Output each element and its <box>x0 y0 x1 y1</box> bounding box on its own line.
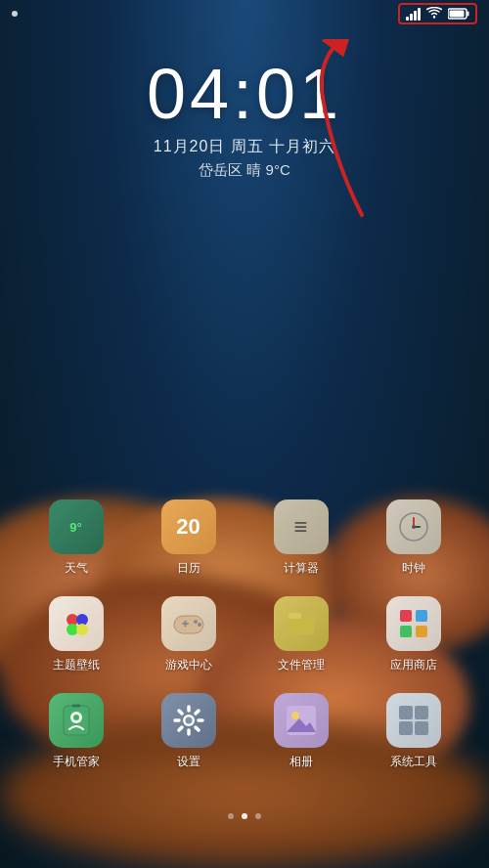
app-label-settings: 设置 <box>177 754 200 770</box>
svg-point-0 <box>433 16 435 18</box>
indicator-3 <box>255 813 261 819</box>
signal-bar-3 <box>414 11 417 21</box>
game-svg <box>172 610 205 637</box>
app-label-calculator: 计算器 <box>284 560 319 577</box>
app-icon-files <box>274 596 329 651</box>
app-label-calendar: 日历 <box>177 560 200 577</box>
svg-point-39 <box>291 712 299 719</box>
weather-icon-content: 9° <box>69 520 81 535</box>
app-label-tools: 系统工具 <box>390 754 437 770</box>
status-bar <box>0 0 489 27</box>
app-icon-manager <box>49 693 104 748</box>
app-label-manager: 手机管家 <box>53 754 100 770</box>
svg-rect-42 <box>415 706 428 719</box>
app-icon-game <box>161 596 216 651</box>
svg-point-17 <box>198 623 201 627</box>
calendar-icon-content: 20 <box>176 514 200 540</box>
apps-grid: 9° 天气 20 日历 ≡ 计算器 时 <box>0 499 489 790</box>
app-icon-calendar: 20 <box>161 499 216 554</box>
status-left <box>12 11 18 17</box>
app-label-clock: 时钟 <box>402 560 425 577</box>
app-files[interactable]: 文件管理 <box>262 596 340 673</box>
date-display: 11月20日 周五 十月初六 <box>0 137 489 157</box>
signal-bar-4 <box>418 8 421 21</box>
app-clock[interactable]: 时钟 <box>375 499 453 577</box>
svg-rect-23 <box>416 626 427 637</box>
svg-rect-22 <box>400 626 412 637</box>
app-store[interactable]: 应用商店 <box>375 596 453 673</box>
svg-rect-3 <box>450 11 465 18</box>
clock-area: 04:01 11月20日 周五 十月初六 岱岳区 晴 9°C <box>0 59 489 180</box>
svg-point-8 <box>412 525 416 529</box>
app-row-3: 手机管家 <box>20 693 469 770</box>
app-icon-calculator: ≡ <box>274 499 329 554</box>
app-label-game: 游戏中心 <box>165 657 212 673</box>
svg-rect-19 <box>289 613 301 619</box>
battery-icon <box>448 8 469 20</box>
indicator-1 <box>228 813 234 819</box>
wifi-icon <box>426 7 442 21</box>
svg-point-12 <box>76 624 88 635</box>
svg-rect-20 <box>400 610 412 622</box>
svg-rect-21 <box>416 610 427 622</box>
svg-line-37 <box>179 727 182 730</box>
app-label-files: 文件管理 <box>278 657 325 673</box>
app-icon-store <box>386 596 441 651</box>
app-icon-clock <box>386 499 441 554</box>
gallery-svg <box>284 703 319 738</box>
app-label-theme: 主题壁纸 <box>53 657 100 673</box>
svg-line-35 <box>196 727 199 730</box>
signal-icon <box>406 7 421 21</box>
app-label-weather: 天气 <box>65 560 88 577</box>
svg-point-26 <box>73 715 79 720</box>
app-icon-gallery <box>274 693 329 748</box>
store-svg <box>396 606 431 641</box>
app-gallery[interactable]: 相册 <box>262 693 340 770</box>
svg-point-16 <box>194 620 198 624</box>
app-manager[interactable]: 手机管家 <box>37 693 115 770</box>
svg-rect-2 <box>467 12 469 17</box>
svg-line-34 <box>179 711 182 714</box>
app-game[interactable]: 游戏中心 <box>150 596 228 673</box>
app-theme[interactable]: 主题壁纸 <box>37 596 115 673</box>
app-row-1: 9° 天气 20 日历 ≡ 计算器 时 <box>20 499 469 577</box>
status-dot <box>12 11 18 17</box>
svg-rect-44 <box>415 721 428 735</box>
page-indicators <box>0 813 489 819</box>
app-weather[interactable]: 9° 天气 <box>37 499 115 577</box>
app-calendar[interactable]: 20 日历 <box>150 499 228 577</box>
signal-bar-1 <box>406 17 409 21</box>
tools-svg <box>396 703 431 738</box>
svg-rect-41 <box>399 706 413 719</box>
svg-rect-15 <box>184 621 186 628</box>
files-svg <box>285 607 318 640</box>
indicator-2 <box>242 813 247 819</box>
app-icon-weather: 9° <box>49 499 104 554</box>
calc-icon-content: ≡ <box>293 513 307 541</box>
svg-point-29 <box>185 717 192 724</box>
status-icons <box>398 3 477 24</box>
settings-svg <box>172 704 205 737</box>
app-row-2: 主题壁纸 游戏中心 文件管理 <box>20 596 469 673</box>
app-settings[interactable]: 设置 <box>150 693 228 770</box>
app-calculator[interactable]: ≡ 计算器 <box>262 499 340 577</box>
manager-svg <box>60 704 93 737</box>
time-display: 04:01 <box>0 59 489 129</box>
app-label-gallery: 相册 <box>289 754 313 770</box>
app-icon-settings <box>161 693 216 748</box>
theme-svg <box>59 606 94 641</box>
clock-svg <box>397 510 430 543</box>
app-label-store: 应用商店 <box>390 657 437 673</box>
signal-bar-2 <box>410 14 413 21</box>
app-icon-tools <box>386 693 441 748</box>
weather-display: 岱岳区 晴 9°C <box>0 161 489 180</box>
app-icon-theme <box>49 596 104 651</box>
svg-line-36 <box>196 711 199 714</box>
app-tools[interactable]: 系统工具 <box>375 693 453 770</box>
svg-rect-43 <box>399 721 413 735</box>
